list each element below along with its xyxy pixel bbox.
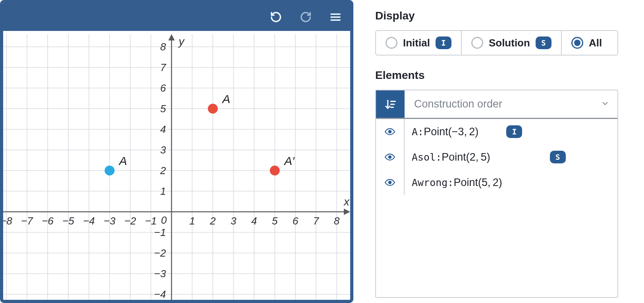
elements-panel: Construction order A:Point(−3, 2)IAsol:P…	[375, 90, 618, 298]
undo-icon[interactable]	[270, 11, 282, 23]
svg-text:−5: −5	[62, 215, 74, 227]
svg-text:−2: −2	[124, 215, 136, 227]
display-option-solution[interactable]: SolutionS	[462, 31, 562, 55]
graph-panel: −8−7−6−5−4−3−2−1012345678−4−3−2−11234567…	[0, 0, 353, 303]
svg-text:5: 5	[160, 103, 166, 115]
svg-text:0: 0	[161, 214, 167, 226]
svg-text:2: 2	[210, 215, 216, 227]
element-body: Asol:Point(2, 5)S	[405, 151, 617, 163]
svg-text:−6: −6	[42, 215, 54, 227]
svg-text:−7: −7	[21, 215, 33, 227]
svg-point-78	[389, 130, 391, 133]
menu-icon[interactable]	[330, 11, 341, 23]
chevron-down-icon	[601, 99, 609, 109]
svg-marker-36	[168, 34, 175, 40]
svg-text:1: 1	[160, 185, 166, 197]
svg-text:−4: −4	[154, 288, 166, 300]
element-tag-I: I	[506, 125, 522, 138]
svg-text:−2: −2	[154, 247, 166, 259]
svg-text:7: 7	[160, 61, 167, 73]
svg-point-72	[270, 166, 280, 176]
radio-icon	[386, 37, 397, 49]
svg-point-80	[389, 181, 391, 184]
svg-text:x: x	[343, 196, 350, 208]
display-option-all[interactable]: All	[562, 31, 617, 55]
element-row[interactable]: Awrong:Point(5, 2)	[376, 170, 617, 195]
svg-text:4: 4	[160, 123, 166, 135]
element-body: A:Point(−3, 2)I	[405, 125, 617, 138]
svg-text:y: y	[178, 35, 185, 48]
graph-toolbar	[3, 3, 350, 31]
svg-point-70	[208, 104, 218, 114]
sort-dropdown[interactable]: Construction order	[405, 90, 617, 118]
svg-text:5: 5	[272, 215, 278, 227]
svg-text:6: 6	[293, 215, 299, 227]
svg-point-68	[105, 166, 115, 176]
svg-text:3: 3	[231, 215, 237, 227]
elements-list: A:Point(−3, 2)IAsol:Point(2, 5)SAwrong:P…	[376, 119, 617, 297]
sort-button[interactable]	[376, 90, 405, 118]
svg-text:8: 8	[334, 215, 340, 227]
svg-text:−3: −3	[154, 268, 166, 280]
svg-marker-35	[344, 209, 350, 215]
display-option-initial[interactable]: InitialI	[376, 31, 462, 55]
radio-icon	[571, 37, 583, 49]
svg-text:3: 3	[160, 144, 166, 156]
svg-text:7: 7	[313, 215, 320, 227]
element-body: Awrong:Point(5, 2)	[405, 176, 617, 189]
element-expression: A:Point(−3, 2)	[412, 126, 478, 138]
badge-S: S	[536, 36, 551, 49]
display-option-label: All	[589, 37, 602, 49]
radio-icon	[471, 37, 483, 49]
coordinate-plane[interactable]: −8−7−6−5−4−3−2−1012345678−4−3−2−11234567…	[3, 34, 350, 300]
svg-text:8: 8	[160, 41, 166, 53]
display-heading: Display	[375, 10, 632, 22]
svg-text:−1: −1	[154, 226, 166, 238]
visibility-toggle[interactable]	[376, 119, 405, 144]
visibility-toggle[interactable]	[376, 170, 405, 195]
svg-text:6: 6	[160, 82, 166, 94]
redo-icon[interactable]	[300, 11, 312, 23]
elements-heading: Elements	[375, 69, 632, 82]
svg-text:−1: −1	[145, 215, 157, 227]
element-row[interactable]: A:Point(−3, 2)I	[376, 119, 617, 144]
sort-dropdown-label: Construction order	[414, 98, 502, 110]
visibility-toggle[interactable]	[376, 144, 405, 170]
svg-text:−4: −4	[83, 215, 95, 227]
svg-text:4: 4	[251, 215, 257, 227]
svg-text:−3: −3	[104, 215, 116, 227]
display-option-label: Solution	[489, 37, 530, 49]
element-expression: Asol:Point(2, 5)	[412, 151, 490, 163]
element-tag-S: S	[550, 151, 566, 163]
element-row[interactable]: Asol:Point(2, 5)S	[376, 144, 617, 170]
svg-text:1: 1	[189, 215, 195, 227]
svg-text:A: A	[222, 92, 230, 105]
element-expression: Awrong:Point(5, 2)	[412, 176, 502, 189]
display-option-label: Initial	[403, 37, 430, 49]
svg-text:−8: −8	[3, 215, 12, 227]
display-radio-group: InitialISolutionSAll	[375, 30, 618, 56]
badge-I: I	[436, 36, 451, 49]
svg-text:2: 2	[160, 165, 166, 176]
svg-text:A: A	[118, 154, 127, 167]
svg-point-79	[389, 156, 391, 159]
svg-text:A′: A′	[283, 154, 295, 167]
